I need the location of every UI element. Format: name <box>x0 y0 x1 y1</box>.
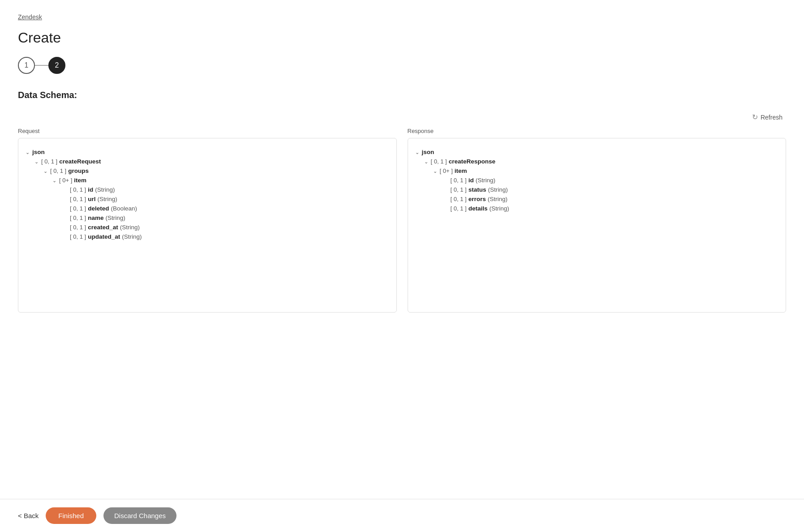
field-name: item <box>74 177 86 184</box>
tree-item: [ 0, 1 ] deleted (Boolean) <box>61 204 389 213</box>
field-name: url <box>88 196 95 202</box>
page-title: Create <box>18 30 786 46</box>
field-name: errors <box>469 196 486 202</box>
field-badge: [ 0, 1 ] <box>70 196 86 202</box>
tree-item: [ 0, 1 ] created_at (String) <box>61 223 389 232</box>
field-name: created_at <box>88 224 118 231</box>
field-badge: [ 0+ ] <box>59 177 72 184</box>
field-type: (String) <box>476 177 495 184</box>
tree-item: [ 0, 1 ] id (String) <box>61 185 389 194</box>
chevron-icon[interactable]: ⌄ <box>433 168 437 174</box>
tree-item: [ 0, 1 ] details (String) <box>442 204 779 213</box>
stepper: 1 2 <box>18 57 786 74</box>
field-name: updated_at <box>88 233 120 240</box>
tree-item: [ 0, 1 ] updated_at (String) <box>61 232 389 241</box>
response-label: Response <box>408 128 787 134</box>
tree-item[interactable]: ⌄json <box>415 147 779 157</box>
field-badge: [ 0, 1 ] <box>451 196 467 202</box>
field-name: id <box>88 186 93 193</box>
field-type: (String) <box>488 196 507 202</box>
chevron-icon[interactable]: ⌄ <box>43 168 47 174</box>
field-type: (Boolean) <box>111 205 137 212</box>
field-badge: [ 0, 1 ] <box>50 167 66 174</box>
field-name: item <box>455 167 467 174</box>
field-name: id <box>469 177 474 184</box>
field-type: (String) <box>95 186 115 193</box>
footer-bar: < Back Finished Discard Changes <box>0 499 804 532</box>
field-badge: [ 0, 1 ] <box>70 205 86 212</box>
request-schema-box: ⌄json⌄[ 0, 1 ] createRequest⌄[ 0, 1 ] gr… <box>18 138 397 313</box>
tree-item: [ 0, 1 ] url (String) <box>61 194 389 204</box>
field-name: json <box>32 149 45 155</box>
field-type: (String) <box>122 233 142 240</box>
schema-area: ↻ Refresh Request ⌄json⌄[ 0, 1 ] createR… <box>18 111 786 313</box>
tree-item[interactable]: ⌄[ 0+ ] item <box>52 176 389 185</box>
field-type: (String) <box>105 215 125 221</box>
step-1[interactable]: 1 <box>18 57 35 74</box>
field-badge: [ 0, 1 ] <box>41 158 57 165</box>
response-column: Response ⌄json⌄[ 0, 1 ] createResponse⌄[… <box>408 128 787 313</box>
field-name: createResponse <box>449 158 495 165</box>
tree-item[interactable]: ⌄[ 0, 1 ] groups <box>43 166 389 176</box>
field-name: name <box>88 215 103 221</box>
schema-columns: Request ⌄json⌄[ 0, 1 ] createRequest⌄[ 0… <box>18 128 786 313</box>
back-button[interactable]: < Back <box>18 512 39 519</box>
field-type: (String) <box>97 196 117 202</box>
refresh-icon: ↻ <box>752 113 758 121</box>
field-name: createRequest <box>59 158 101 165</box>
chevron-icon[interactable]: ⌄ <box>26 150 30 155</box>
field-type: (String) <box>120 224 140 231</box>
discard-button[interactable]: Discard Changes <box>103 507 176 524</box>
step-2[interactable]: 2 <box>48 57 65 74</box>
step-connector <box>35 65 48 66</box>
finished-button[interactable]: Finished <box>46 507 96 524</box>
refresh-row: ↻ Refresh <box>18 111 786 123</box>
tree-item: [ 0, 1 ] name (String) <box>61 213 389 223</box>
field-name: groups <box>68 167 89 174</box>
chevron-icon[interactable]: ⌄ <box>34 159 39 165</box>
tree-item: [ 0, 1 ] status (String) <box>442 185 779 194</box>
request-label: Request <box>18 128 397 134</box>
field-name: details <box>469 205 488 212</box>
tree-item[interactable]: ⌄[ 0, 1 ] createRequest <box>34 157 389 166</box>
field-badge: [ 0, 1 ] <box>451 177 467 184</box>
tree-item[interactable]: ⌄json <box>26 147 389 157</box>
field-badge: [ 0, 1 ] <box>451 205 467 212</box>
tree-item: [ 0, 1 ] id (String) <box>442 176 779 185</box>
field-badge: [ 0, 1 ] <box>70 233 86 240</box>
tree-item: [ 0, 1 ] errors (String) <box>442 194 779 204</box>
field-name: json <box>422 149 434 155</box>
field-name: status <box>469 186 486 193</box>
field-badge: [ 0, 1 ] <box>70 224 86 231</box>
tree-item[interactable]: ⌄[ 0+ ] item <box>433 166 779 176</box>
request-column: Request ⌄json⌄[ 0, 1 ] createRequest⌄[ 0… <box>18 128 397 313</box>
chevron-icon[interactable]: ⌄ <box>415 150 419 155</box>
chevron-icon[interactable]: ⌄ <box>424 159 428 165</box>
field-badge: [ 0, 1 ] <box>451 186 467 193</box>
refresh-button[interactable]: ↻ Refresh <box>748 111 786 123</box>
field-badge: [ 0+ ] <box>440 167 453 174</box>
page-wrapper: Zendesk Create 1 2 Data Schema: ↻ Refres… <box>0 0 804 532</box>
breadcrumb-link[interactable]: Zendesk <box>18 13 42 21</box>
tree-item[interactable]: ⌄[ 0, 1 ] createResponse <box>424 157 779 166</box>
field-badge: [ 0, 1 ] <box>70 215 86 221</box>
breadcrumb: Zendesk <box>18 13 786 21</box>
chevron-icon[interactable]: ⌄ <box>52 178 56 184</box>
field-type: (String) <box>488 186 507 193</box>
field-badge: [ 0, 1 ] <box>70 186 86 193</box>
response-schema-box: ⌄json⌄[ 0, 1 ] createResponse⌄[ 0+ ] ite… <box>408 138 787 313</box>
data-schema-title: Data Schema: <box>18 90 786 100</box>
field-type: (String) <box>489 205 509 212</box>
field-badge: [ 0, 1 ] <box>431 158 447 165</box>
refresh-label: Refresh <box>761 114 783 121</box>
field-name: deleted <box>88 205 109 212</box>
